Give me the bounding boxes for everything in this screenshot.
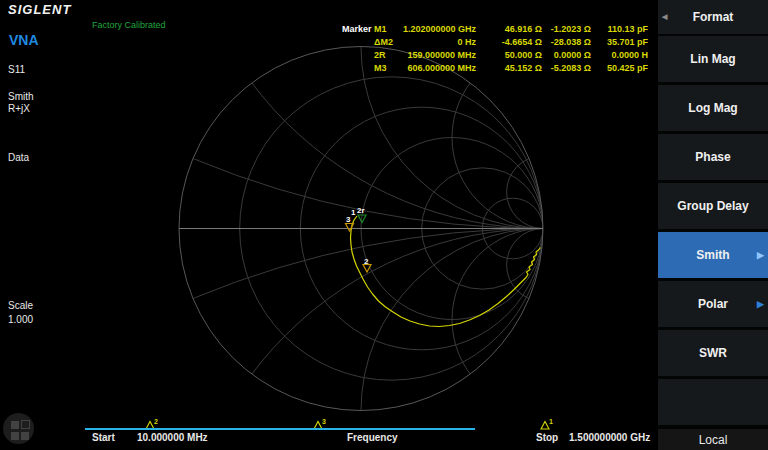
menu-header-format[interactable]: ◀ Format	[658, 0, 768, 34]
svg-text:2: 2	[154, 418, 158, 425]
data-label[interactable]: Data	[8, 152, 29, 164]
svg-text:1: 1	[549, 418, 553, 425]
marker-table-header: Marker	[342, 23, 374, 36]
marker-name: ΔM2	[374, 36, 401, 49]
marker-frequency: 1.202000000 GHz	[401, 23, 476, 36]
softkey-blank[interactable]	[658, 379, 768, 425]
submenu-arrow-icon: ▶	[757, 299, 764, 309]
marker-row-m1: Marker M1 1.202000000 GHz 46.916 Ω -1.20…	[342, 23, 648, 36]
back-arrow-icon: ◀	[662, 13, 667, 21]
axis-title: Frequency	[347, 432, 398, 443]
grid-icon	[21, 432, 29, 440]
marker-resistance: 45.152 Ω	[476, 62, 542, 75]
softkey-smith[interactable]: Smith ▶	[658, 232, 768, 278]
softkey-menu: ◀ Format Lin Mag Log Mag Phase Group Del…	[658, 0, 768, 450]
svg-text:3: 3	[322, 418, 326, 425]
marker-row-m3: M3 606.000000 MHz 45.152 Ω -5.2083 Ω 50.…	[342, 62, 648, 75]
channel-label[interactable]: VNA	[9, 32, 39, 48]
frequency-axis-line	[85, 428, 475, 430]
marker-capacitance: 0.0000 H	[591, 49, 648, 62]
marker-resistance: 46.916 Ω	[476, 23, 542, 36]
vna-screen: 12r32231 SIGLENT Factory Calibrated VNA …	[0, 0, 768, 450]
scale-value[interactable]: 1.000	[8, 314, 33, 326]
softkey-group-delay[interactable]: Group Delay	[658, 183, 768, 229]
marker-capacitance: 110.13 pF	[591, 23, 648, 36]
start-frequency-value[interactable]: 10.000000 MHz	[137, 432, 208, 443]
marker-reactance: -5.2083 Ω	[542, 62, 591, 75]
marker-reactance: 0.0000 Ω	[542, 49, 591, 62]
grid-icon	[21, 420, 30, 429]
marker-row-dm2: ΔM2 0 Hz -4.6654 Ω -28.038 Ω 35.701 pF	[342, 36, 648, 49]
format-label[interactable]: Smith R+jX	[8, 91, 34, 115]
marker-frequency: 606.000000 MHz	[401, 62, 476, 75]
local-button[interactable]: Local	[658, 429, 768, 450]
siglent-logo: SIGLENT	[8, 2, 71, 17]
start-label: Start	[92, 432, 115, 443]
stop-frequency-value[interactable]: 1.500000000 GHz	[569, 432, 650, 443]
marker-resistance: 50.000 Ω	[476, 49, 542, 62]
softkey-swr[interactable]: SWR	[658, 330, 768, 376]
parameter-label[interactable]: S11	[8, 64, 25, 76]
marker-resistance: -4.6654 Ω	[476, 36, 542, 49]
submenu-arrow-icon: ▶	[757, 250, 764, 260]
marker-readout-table: Marker M1 1.202000000 GHz 46.916 Ω -1.20…	[342, 23, 648, 75]
softkey-phase[interactable]: Phase	[658, 134, 768, 180]
marker-reactance: -28.038 Ω	[542, 36, 591, 49]
softkey-lin-mag[interactable]: Lin Mag	[658, 36, 768, 82]
svg-text:1: 1	[351, 208, 356, 217]
marker-frequency: 159.000000 MHz	[401, 49, 476, 62]
softkey-log-mag[interactable]: Log Mag	[658, 85, 768, 131]
stop-label: Stop	[536, 432, 558, 443]
menu-header-label: Format	[693, 10, 734, 24]
marker-reactance: -1.2023 Ω	[542, 23, 591, 36]
marker-capacitance: 50.425 pF	[591, 62, 648, 75]
marker-name: M3	[374, 62, 401, 75]
marker-name: 2R	[374, 49, 401, 62]
menu-grid-button[interactable]	[3, 413, 34, 444]
calibration-status: Factory Calibrated	[92, 20, 166, 30]
svg-text:2: 2	[364, 257, 369, 266]
marker-row-2r: 2R 159.000000 MHz 50.000 Ω 0.0000 Ω 0.00…	[342, 49, 648, 62]
svg-text:2r: 2r	[357, 206, 365, 215]
marker-capacitance: 35.701 pF	[591, 36, 648, 49]
softkey-polar[interactable]: Polar ▶	[658, 281, 768, 327]
format-line2: R+jX	[8, 103, 34, 115]
marker-name: M1	[374, 23, 401, 36]
format-line1: Smith	[8, 91, 34, 103]
grid-icon	[11, 421, 19, 429]
marker-frequency: 0 Hz	[401, 36, 476, 49]
scale-label[interactable]: Scale	[8, 300, 33, 312]
svg-text:3: 3	[346, 215, 351, 224]
grid-icon	[11, 432, 19, 440]
